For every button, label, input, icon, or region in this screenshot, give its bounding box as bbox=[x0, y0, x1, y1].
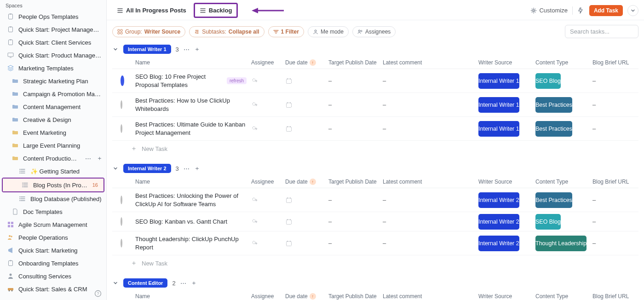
latest-cell[interactable]: – bbox=[383, 125, 478, 132]
status-dot[interactable] bbox=[121, 100, 122, 109]
sidebar-item[interactable]: Quick Start: Marketing bbox=[0, 244, 106, 257]
collapse-icon[interactable] bbox=[112, 47, 119, 52]
assignee-add-icon[interactable] bbox=[251, 240, 285, 247]
col-writer[interactable]: Writer Source bbox=[478, 179, 535, 185]
task-row[interactable]: SEO Blog: Kanban vs. Gantt Chart – – Int… bbox=[112, 212, 638, 231]
target-cell[interactable]: – bbox=[328, 101, 383, 108]
sidebar-item[interactable]: Blog Database (Published) bbox=[0, 192, 106, 205]
col-content[interactable]: Content Type bbox=[535, 179, 592, 185]
col-assignee[interactable]: Assignee bbox=[251, 59, 285, 66]
subtasks-pill[interactable]: Subtasks: Collapse all bbox=[189, 26, 264, 37]
sidebar-item[interactable]: Quick Start: Product Management bbox=[0, 49, 106, 62]
brief-cell[interactable]: – bbox=[592, 218, 638, 225]
writer-badge[interactable]: Internal Writer 1 bbox=[478, 97, 519, 113]
writer-badge[interactable]: Internal Writer 1 bbox=[478, 73, 519, 89]
due-date-icon[interactable] bbox=[285, 125, 328, 133]
plus-icon[interactable]: ＋ bbox=[191, 279, 197, 287]
status-dot[interactable] bbox=[121, 75, 124, 86]
latest-cell[interactable]: – bbox=[383, 77, 478, 84]
more-icon[interactable]: ⋯ bbox=[184, 46, 190, 53]
sidebar-item[interactable]: Marketing Templates bbox=[0, 62, 106, 75]
col-brief[interactable]: Blog Brief URL bbox=[592, 179, 638, 185]
task-row[interactable]: Thought Leadership: ClickUp PunchUp Repo… bbox=[112, 231, 638, 255]
col-target[interactable]: Target Publish Date bbox=[328, 59, 383, 66]
group-pill[interactable]: Group: Writer Source bbox=[112, 26, 185, 37]
task-row[interactable]: Best Practices: Unlocking the Power of C… bbox=[112, 188, 638, 212]
sidebar-item[interactable]: Quick Start: Sales & CRM bbox=[0, 283, 106, 295]
sidebar-item[interactable]: Quick Start: Project Management bbox=[0, 23, 106, 36]
plus-icon[interactable]: ＋ bbox=[97, 154, 103, 162]
col-assignee[interactable]: Assignee bbox=[251, 293, 285, 300]
brief-cell[interactable]: – bbox=[592, 196, 638, 203]
target-cell[interactable]: – bbox=[328, 240, 383, 247]
me-mode-pill[interactable]: Me mode bbox=[308, 26, 349, 37]
filter-pill[interactable]: 1 Filter bbox=[268, 26, 304, 37]
content-type-badge[interactable]: Best Practices bbox=[535, 121, 572, 137]
plus-icon[interactable]: ＋ bbox=[194, 164, 200, 173]
col-assignee[interactable]: Assignee bbox=[251, 179, 285, 185]
assignee-add-icon[interactable] bbox=[251, 125, 285, 133]
due-date-icon[interactable] bbox=[285, 77, 328, 85]
due-date-icon[interactable] bbox=[285, 101, 328, 109]
brief-cell[interactable]: – bbox=[592, 101, 638, 108]
sidebar-item[interactable]: Strategic Marketing Plan bbox=[0, 75, 106, 87]
content-type-badge[interactable]: Thought Leadership bbox=[535, 236, 586, 251]
sidebar-item[interactable]: Doc Templates bbox=[0, 205, 106, 218]
sidebar-item[interactable]: Onboarding Templates bbox=[0, 257, 106, 270]
col-latest[interactable]: Latest comment bbox=[383, 59, 478, 66]
target-cell[interactable]: – bbox=[328, 196, 383, 203]
sidebar-item[interactable]: Quick Start: Personal Use bbox=[0, 295, 106, 300]
latest-cell[interactable]: – bbox=[383, 196, 478, 203]
content-type-badge[interactable]: SEO Blog bbox=[535, 214, 561, 230]
sidebar-item[interactable]: Event Marketing bbox=[0, 126, 106, 139]
tag-refresh[interactable]: refresh bbox=[227, 77, 247, 84]
col-writer[interactable]: Writer Source bbox=[478, 59, 535, 66]
sidebar-item[interactable]: Campaign & Promotion Manage… bbox=[0, 87, 106, 100]
sidebar-item[interactable]: Content Production Scali… ⋯＋ bbox=[0, 152, 106, 165]
status-dot[interactable] bbox=[121, 239, 122, 248]
col-latest[interactable]: Latest comment bbox=[383, 179, 478, 185]
col-content[interactable]: Content Type bbox=[535, 293, 592, 300]
collapse-icon[interactable] bbox=[112, 281, 119, 285]
col-due-date[interactable]: Due date↑ bbox=[285, 293, 328, 300]
sidebar-item[interactable]: Large Event Planning bbox=[0, 139, 106, 152]
col-brief[interactable]: Blog Brief URL bbox=[592, 59, 638, 66]
group-chip[interactable]: Internal Writer 1 bbox=[123, 45, 171, 54]
view-tab-backlog[interactable]: Backlog bbox=[195, 4, 237, 17]
col-due-date[interactable]: Due date↑ bbox=[285, 179, 328, 185]
col-name[interactable]: Name bbox=[135, 179, 251, 185]
group-chip[interactable]: Internal Writer 2 bbox=[123, 164, 171, 173]
sidebar-item[interactable]: Quick Start: Client Services bbox=[0, 36, 106, 49]
sidebar-item[interactable]: Agile Scrum Management bbox=[0, 218, 106, 231]
plus-icon[interactable]: ＋ bbox=[194, 45, 200, 53]
status-dot[interactable] bbox=[121, 196, 122, 204]
sidebar-item[interactable]: People Operations bbox=[0, 231, 106, 244]
sidebar-item[interactable]: Creative & Design bbox=[0, 113, 106, 126]
new-task-row[interactable]: ＋New Task bbox=[112, 141, 638, 156]
writer-badge[interactable]: Internal Writer 2 bbox=[478, 192, 519, 208]
automation-icon[interactable] bbox=[577, 7, 585, 14]
sidebar-item[interactable]: Consulting Services bbox=[0, 270, 106, 283]
due-date-icon[interactable] bbox=[285, 196, 328, 204]
col-latest[interactable]: Latest comment bbox=[383, 293, 478, 300]
sidebar-item[interactable]: People Ops Templates bbox=[0, 10, 106, 23]
writer-badge[interactable]: Internal Writer 1 bbox=[478, 121, 519, 137]
brief-cell[interactable]: – bbox=[592, 125, 638, 132]
collapse-icon[interactable] bbox=[112, 166, 119, 171]
col-brief[interactable]: Blog Brief URL bbox=[592, 293, 638, 300]
view-tab-all-in-progress[interactable]: All In Progress Posts bbox=[112, 4, 191, 17]
target-cell[interactable]: – bbox=[328, 77, 383, 84]
writer-badge[interactable]: Internal Writer 2 bbox=[478, 236, 519, 251]
brief-cell[interactable]: – bbox=[592, 77, 638, 84]
assignees-pill[interactable]: Assignees bbox=[352, 26, 396, 37]
new-task-row[interactable]: ＋New Task bbox=[112, 255, 638, 270]
task-row[interactable]: Best Practices: Ultimate Guide to Kanban… bbox=[112, 117, 638, 141]
col-name[interactable]: Name bbox=[135, 293, 251, 300]
col-content[interactable]: Content Type bbox=[535, 59, 592, 66]
due-date-icon[interactable] bbox=[285, 218, 328, 225]
sidebar-item[interactable]: Content Management bbox=[0, 100, 106, 113]
col-due-date[interactable]: Due date↑ bbox=[285, 59, 328, 66]
col-target[interactable]: Target Publish Date bbox=[328, 293, 383, 300]
sidebar-item[interactable]: ✨ Getting Started bbox=[0, 165, 106, 178]
col-target[interactable]: Target Publish Date bbox=[328, 179, 383, 185]
